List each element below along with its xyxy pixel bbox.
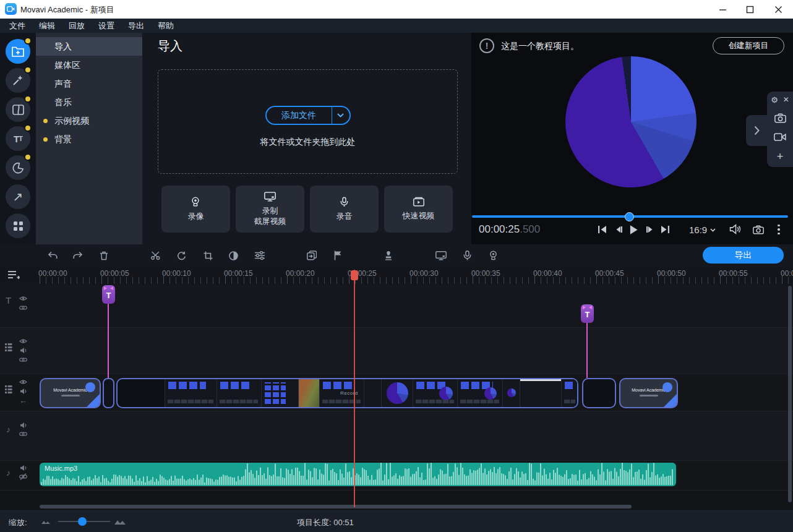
volume-button[interactable] (728, 221, 743, 236)
eye-icon[interactable] (19, 338, 27, 345)
short-clip[interactable] (103, 378, 114, 408)
rail-stickers-button[interactable] (6, 155, 30, 180)
linked-audio-track[interactable] (0, 411, 793, 461)
speaker-icon[interactable] (20, 347, 27, 354)
speaker-icon[interactable] (20, 388, 27, 395)
gear-icon[interactable]: ⚙ (771, 95, 778, 105)
eye-icon[interactable] (19, 295, 27, 302)
rail-filters-button[interactable] (6, 68, 30, 93)
add-tool-icon[interactable]: + (777, 150, 784, 163)
sidebar-item-2[interactable]: 声音 (36, 74, 142, 93)
rail-callouts-button[interactable]: ↗ (6, 184, 30, 209)
skip-to-end-button[interactable] (658, 222, 672, 237)
record-video-button[interactable]: 录像 (161, 186, 230, 233)
record-screen-button[interactable]: 录制 截屏视频 (236, 186, 304, 233)
next-frame-button[interactable] (642, 222, 657, 237)
speaker-icon[interactable] (20, 422, 27, 429)
vertical-scrollbar[interactable] (788, 286, 792, 502)
title-clip-marker[interactable]: T (102, 285, 115, 304)
empty-clip[interactable] (582, 378, 616, 408)
new-badge-dot (24, 66, 32, 74)
crop-button[interactable] (199, 247, 216, 264)
transition-wizard-button[interactable] (303, 247, 320, 264)
overlay-track[interactable] (0, 328, 793, 374)
webcam-icon (191, 197, 201, 207)
rail-import-button[interactable] (6, 39, 30, 64)
rail-titles-button[interactable]: TT (6, 126, 30, 151)
link-broken-icon[interactable] (19, 473, 27, 480)
file-dropzone[interactable]: 添加文件 将文件或文件夹拖到此处 (158, 69, 458, 174)
quick-video-button[interactable]: 快速视频 (384, 186, 453, 233)
sidebar-item-1[interactable]: 媒体区 (36, 56, 142, 74)
sidebar-item-4[interactable]: 示例视频 (36, 111, 142, 130)
link-icon[interactable] (19, 357, 27, 363)
delete-button[interactable] (95, 247, 113, 264)
clip-properties-button[interactable] (251, 247, 268, 264)
rotate-button[interactable] (173, 247, 190, 264)
audio-track-icon: ♪ (6, 424, 11, 434)
titles-icon: T (14, 134, 19, 144)
menu-item-3[interactable]: 设置 (92, 19, 121, 33)
undo-button[interactable] (43, 247, 61, 264)
record-screen-toolbar-button[interactable] (432, 247, 450, 264)
sidebar-item-3[interactable]: 音乐 (36, 93, 142, 111)
video-camera-icon[interactable] (774, 132, 786, 142)
new-badge-dot (24, 95, 32, 103)
zoom-out-icon[interactable] (41, 519, 51, 525)
link-icon[interactable] (19, 431, 27, 437)
rail-transitions-button[interactable] (6, 97, 30, 122)
arrow-left-icon[interactable]: ← (19, 396, 27, 405)
maximize-button[interactable] (737, 0, 762, 19)
record-webcam-button[interactable] (485, 247, 502, 264)
horizontal-scrollbar[interactable] (40, 505, 632, 508)
menu-item-5[interactable]: 帮助 (151, 19, 181, 33)
zoom-label: 缩放: (9, 517, 27, 528)
snapshot-camera-icon[interactable] (774, 113, 786, 123)
aspect-ratio-select[interactable]: 16:9 (689, 225, 716, 235)
timeline-ruler[interactable]: 00:00:0000:00:0500:00:1000:00:1500:00:20… (0, 267, 793, 285)
title-clip-marker[interactable]: T (581, 304, 594, 323)
close-button[interactable] (766, 0, 791, 19)
more-options-button[interactable] (771, 222, 786, 237)
skip-to-start-button[interactable] (594, 222, 609, 237)
record-voiceover-button[interactable] (458, 247, 476, 264)
stamp-button[interactable] (380, 247, 397, 264)
title-bar: Movavi Academic - 新项目 (0, 0, 793, 19)
intro-title-clip[interactable]: Movavi Academic (40, 378, 101, 408)
title-track[interactable] (0, 285, 793, 328)
pie-chart (565, 56, 697, 187)
outro-title-clip[interactable]: Movavi Academic (619, 378, 678, 408)
close-panel-icon[interactable]: ✕ (783, 95, 789, 105)
add-files-button[interactable]: 添加文件 (265, 106, 351, 125)
screen-recording-clip[interactable]: Record (116, 378, 578, 408)
sidebar-item-5[interactable]: 背景 (36, 130, 142, 148)
speaker-icon[interactable] (20, 465, 27, 471)
link-icon[interactable] (19, 305, 27, 311)
menu-item-1[interactable]: 编辑 (32, 19, 62, 33)
create-new-project-button[interactable]: 创建新项目 (713, 37, 784, 54)
zoom-in-icon[interactable] (114, 518, 126, 525)
minimize-button[interactable] (710, 0, 735, 19)
music-track-icon: ♪ (6, 468, 11, 478)
marker-button[interactable] (329, 247, 346, 264)
chevron-down-icon[interactable] (332, 113, 349, 118)
panel-expand-chevron[interactable] (746, 115, 767, 146)
color-adjustments-button[interactable] (225, 247, 242, 264)
export-button[interactable]: 导出 (703, 247, 784, 264)
music-clip[interactable]: Music.mp3 (40, 463, 676, 486)
seek-thumb[interactable] (625, 212, 634, 221)
menu-item-2[interactable]: 回放 (62, 19, 92, 33)
snapshot-button[interactable] (751, 222, 766, 237)
record-audio-button[interactable]: 录音 (310, 186, 379, 233)
play-button[interactable] (626, 222, 641, 237)
menu-item-0[interactable]: 文件 (2, 19, 32, 33)
menu-item-4[interactable]: 导出 (121, 19, 151, 33)
previous-frame-button[interactable] (611, 222, 626, 237)
zoom-slider-thumb[interactable] (78, 517, 87, 526)
eye-icon[interactable] (19, 379, 27, 385)
sidebar-item-0[interactable]: 导入 (36, 37, 142, 56)
rail-more-tools-button[interactable] (6, 213, 30, 238)
redo-button[interactable] (69, 247, 87, 264)
playhead[interactable] (351, 270, 358, 280)
split-button[interactable] (147, 247, 164, 264)
